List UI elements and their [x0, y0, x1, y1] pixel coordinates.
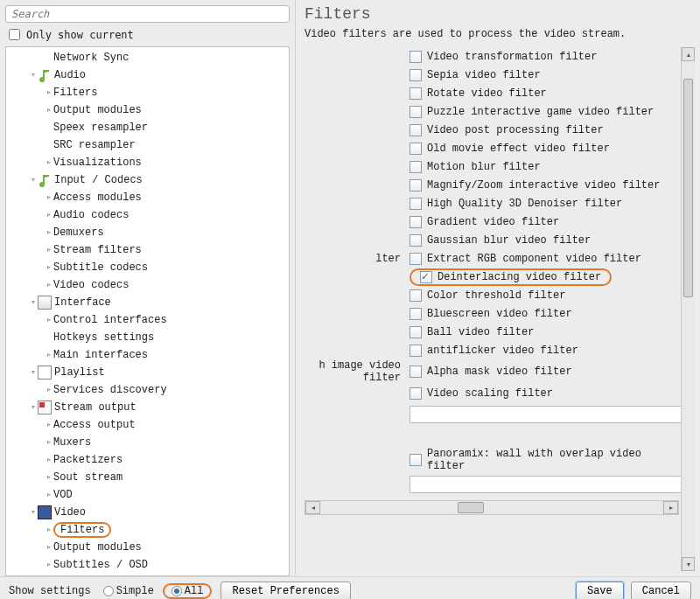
checkbox-icon[interactable]	[410, 179, 422, 192]
tree-item-video[interactable]: ▿Video	[6, 504, 289, 521]
expander-icon[interactable]: ▹	[45, 154, 53, 171]
tree-item-stream-filters[interactable]: ▹Stream filters	[6, 241, 289, 259]
tree-item-visualizations[interactable]: ▹Visualizations	[6, 154, 289, 171]
expander-icon[interactable]: ▹	[45, 241, 53, 259]
checkbox-icon[interactable]	[410, 124, 422, 136]
checkbox-icon[interactable]	[410, 106, 422, 118]
tree-item-speex-resampler[interactable]: Speex resampler	[6, 119, 289, 136]
filter-checkbox-video-post-processing-filter[interactable]: Video post processing filter	[410, 124, 604, 136]
expander-icon[interactable]: ▿	[29, 364, 38, 381]
only-show-current-checkbox[interactable]: Only show current	[5, 26, 290, 43]
tree-item-demuxers[interactable]: ▹Demuxers	[6, 224, 289, 241]
tree-item-input-codecs[interactable]: ▿Input / Codecs	[6, 171, 289, 189]
expander-icon[interactable]: ▹	[45, 84, 53, 101]
filter-checkbox-video-transformation-filter[interactable]: Video transformation filter	[410, 51, 597, 63]
horizontal-scrollbar[interactable]: ◂ ▸	[304, 500, 679, 515]
expander-icon[interactable]: ▹	[45, 556, 53, 574]
radio-all-dot[interactable]	[172, 586, 182, 596]
filter-checkbox-magnify-zoom-interactive-video-filter[interactable]: Magnify/Zoom interactive video filter	[410, 179, 660, 192]
expander-icon[interactable]: ▿	[29, 66, 38, 84]
checkbox-icon[interactable]	[410, 143, 422, 155]
expander-icon[interactable]: ▹	[45, 451, 53, 469]
tree-item-subtitle-codecs[interactable]: ▹Subtitle codecs	[6, 259, 289, 276]
expander-icon[interactable]: ▹	[45, 276, 53, 294]
tree-item-output-modules[interactable]: ▹Output modules	[6, 101, 289, 119]
tree-item-muxers[interactable]: ▹Muxers	[6, 434, 289, 451]
expander-icon[interactable]: ▹	[45, 434, 53, 451]
checkbox-icon[interactable]	[410, 253, 422, 265]
filter-checkbox-sepia-video-filter[interactable]: Sepia video filter	[410, 69, 541, 81]
filter-checkbox-bluescreen-video-filter[interactable]: Bluescreen video filter	[410, 308, 572, 320]
checkbox-icon[interactable]	[410, 366, 422, 378]
tree-item-stream-output[interactable]: ▿Stream output	[6, 399, 289, 416]
tree-item-filters[interactable]: ▹Filters	[6, 84, 289, 101]
checkbox-icon[interactable]	[410, 326, 422, 338]
expander-icon[interactable]: ▹	[45, 206, 53, 224]
filter-checkbox-high-quality-3d-denoiser-filter[interactable]: High Quality 3D Denoiser filter	[410, 198, 622, 210]
tree-item-audio[interactable]: ▿Audio	[6, 66, 289, 84]
tree-item-access-modules[interactable]: ▹Access modules	[6, 189, 289, 206]
vscroll-down-icon[interactable]: ▾	[682, 557, 695, 571]
tree-item-video-codecs[interactable]: ▹Video codecs	[6, 276, 289, 294]
filter-module-input-2[interactable]	[410, 476, 695, 493]
filter-checkbox-deinterlacing-video-filter[interactable]: Deinterlacing video filter	[410, 268, 612, 286]
expander-icon[interactable]: ▹	[45, 259, 53, 276]
filter-checkbox-gaussian-blur-video-filter[interactable]: Gaussian blur video filter	[410, 234, 591, 247]
vertical-scrollbar[interactable]: ▴ ▾	[681, 47, 695, 571]
vscroll-up-icon[interactable]: ▴	[682, 47, 695, 61]
expander-icon[interactable]: ▹	[45, 381, 53, 399]
preferences-tree[interactable]: Network Sync▿Audio▹Filters▹Output module…	[5, 46, 290, 576]
expander-icon[interactable]: ▹	[45, 224, 53, 241]
tree-item-network-sync[interactable]: Network Sync	[6, 49, 289, 66]
vscroll-thumb[interactable]	[683, 79, 693, 297]
filter-module-input-1[interactable]	[410, 406, 695, 423]
filter-checkbox-alpha-mask-video-filter[interactable]: Alpha mask video filter	[410, 366, 572, 378]
filter-checkbox-ball-video-filter[interactable]: Ball video filter	[410, 326, 534, 338]
expander-icon[interactable]: ▿	[29, 294, 38, 311]
save-button[interactable]: Save	[576, 582, 624, 600]
tree-item-services-discovery[interactable]: ▹Services discovery	[6, 381, 289, 399]
expander-icon[interactable]: ▿	[29, 171, 38, 189]
filter-checkbox-old-movie-effect-video-filter[interactable]: Old movie effect video filter	[410, 143, 610, 155]
checkbox-icon[interactable]	[410, 345, 422, 357]
hscroll-right-icon[interactable]: ▸	[663, 501, 678, 514]
expander-icon[interactable]: ▹	[45, 416, 53, 434]
tree-item-audio-codecs[interactable]: ▹Audio codecs	[6, 206, 289, 224]
tree-item-vod[interactable]: ▹VOD	[6, 486, 289, 504]
checkbox-icon[interactable]	[410, 51, 422, 63]
hscroll-thumb[interactable]	[458, 502, 484, 513]
checkbox-icon[interactable]	[410, 308, 422, 320]
checkbox-icon[interactable]	[410, 161, 422, 173]
checkbox-icon[interactable]	[410, 387, 422, 400]
expander-icon[interactable]: ▹	[45, 311, 53, 329]
filter-checkbox-video-scaling-filter[interactable]: Video scaling filter	[410, 387, 553, 400]
tree-item-control-interfaces[interactable]: ▹Control interfaces	[6, 311, 289, 329]
expander-icon[interactable]: ▹	[45, 539, 53, 556]
cancel-button[interactable]: Cancel	[631, 582, 691, 600]
radio-simple[interactable]: Simple	[103, 585, 154, 597]
tree-item-src-resampler[interactable]: SRC resampler	[6, 136, 289, 154]
tree-item-sout-stream[interactable]: ▹Sout stream	[6, 469, 289, 486]
filter-checkbox-color-threshold-filter[interactable]: Color threshold filter	[410, 289, 565, 302]
tree-item-hotkeys-settings[interactable]: Hotkeys settings	[6, 329, 289, 346]
checkbox-icon[interactable]	[410, 216, 422, 228]
tree-item-interface[interactable]: ▿Interface	[6, 294, 289, 311]
hscroll-left-icon[interactable]: ◂	[305, 501, 320, 514]
expander-icon[interactable]: ▹	[45, 486, 53, 504]
reset-preferences-button[interactable]: Reset Preferences	[220, 582, 350, 600]
checkbox-icon[interactable]	[420, 271, 432, 283]
radio-simple-dot[interactable]	[103, 586, 114, 596]
filter-checkbox-puzzle-interactive-game-video-filter[interactable]: Puzzle interactive game video filter	[410, 106, 654, 118]
filter-checkbox-gradient-video-filter[interactable]: Gradient video filter	[410, 216, 559, 228]
filter-checkbox-rotate-video-filter[interactable]: Rotate video filter	[410, 87, 547, 100]
checkbox-icon[interactable]	[410, 87, 422, 100]
tree-item-filters[interactable]: ▹Filters	[6, 521, 289, 539]
radio-all[interactable]: All	[172, 585, 204, 597]
tree-item-packetizers[interactable]: ▹Packetizers	[6, 451, 289, 469]
tree-item-access-output[interactable]: ▹Access output	[6, 416, 289, 434]
expander-icon[interactable]: ▿	[29, 504, 38, 521]
filter-checkbox-motion-blur-filter[interactable]: Motion blur filter	[410, 161, 541, 173]
filter-checkbox-antiflicker-video-filter[interactable]: antiflicker video filter	[410, 345, 578, 357]
checkbox-icon[interactable]	[410, 198, 422, 210]
tree-item-main-interfaces[interactable]: ▹Main interfaces	[6, 346, 289, 364]
